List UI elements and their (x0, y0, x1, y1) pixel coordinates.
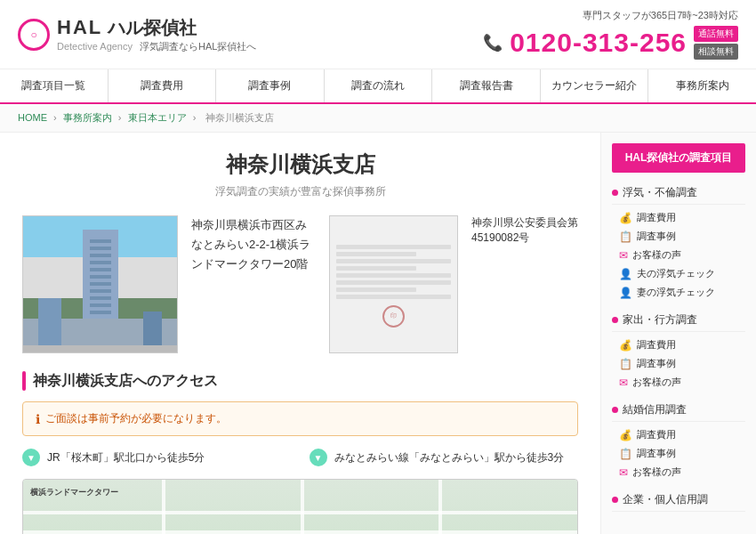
nav-item-flow[interactable]: 調査の流れ (325, 69, 433, 102)
doc-line-7 (336, 287, 416, 292)
sidebar-item-voice1[interactable]: ✉ お客様の声 (612, 246, 745, 264)
sidebar-item-cases2[interactable]: 📋 調査事例 (612, 354, 745, 373)
sidebar-section-title-cheat: 浮気・不倫調査 (612, 182, 745, 205)
map-label-tower: 横浜ランドマークタワー (30, 487, 118, 498)
cert-block: 神奈川県公安委員会第 45190082号 (471, 215, 578, 353)
sidebar: HAL探偵社の調査項目 浮気・不倫調査 💰 調査費用 📋 調査事例 ✉ お客様の… (600, 133, 756, 534)
money3-icon: 💰 (619, 429, 632, 441)
sidebar-item-label-cases3: 調査事例 (637, 447, 676, 460)
sidebar-section-cheat: 浮気・不倫調査 💰 調査費用 📋 調査事例 ✉ お客様の声 👤 夫の浮気チェック… (612, 182, 745, 302)
breadcrumb: HOME › 事務所案内 › 東日本エリア › 神奈川横浜支店 (0, 104, 756, 133)
doc-line-1 (336, 245, 451, 249)
sidebar-item-wife[interactable]: 👤 妻の浮気チェック (612, 283, 745, 302)
main-layout: 神奈川横浜支店 浮気調査の実績が豊富な探偵事務所 神奈川県横浜市西区みなとみらい… (0, 133, 756, 534)
sidebar-section-label-marriage: 結婚信用調査 (623, 402, 687, 417)
header: ○ HAL ハル探偵社 Detective Agency 浮気調査ならHAL探偵… (0, 0, 756, 69)
notice-box: ℹ ご面談は事前予約が必要になります。 (22, 401, 578, 436)
sidebar-section-title-corp: 企業・個人信用調 (612, 489, 745, 512)
sidebar-section-label-missing: 家出・行方調査 (623, 312, 697, 328)
mail3-icon: ✉ (619, 466, 628, 479)
sidebar-dot-corp (612, 497, 618, 503)
breadcrumb-sep3: › (193, 112, 197, 123)
sidebar-item-label-voice1: お客様の声 (632, 248, 681, 262)
badge-consult: 相談無料 (694, 44, 738, 60)
sidebar-item-cases1[interactable]: 📋 調査事例 (612, 227, 745, 246)
nav-item-cost[interactable]: 調査費用 (109, 69, 217, 102)
sidebar-dot-marriage (612, 407, 618, 413)
nav-item-office[interactable]: 事務所案内 (648, 69, 756, 102)
cert-text: 神奈川県公安委員会第 45190082号 (471, 215, 578, 246)
doc-line-4 (336, 266, 416, 271)
tagline: 浮気調査ならHAL探偵社へ (140, 40, 256, 53)
access-title-block: 神奈川横浜支店へのアクセス (22, 371, 578, 391)
map-road-v2 (301, 480, 304, 534)
sidebar-section-title-missing: 家出・行方調査 (612, 309, 745, 332)
support-text: 専門スタッフが365日7時~23時対応 (483, 9, 738, 22)
money2-icon: 💰 (619, 339, 632, 352)
doc-line-8 (336, 295, 451, 299)
person2-icon: 👤 (619, 287, 632, 299)
clipboard-icon: 📋 (619, 231, 632, 243)
nav-item-report[interactable]: 調査報告書 (432, 69, 541, 102)
page-title: 神奈川横浜支店 (22, 150, 578, 179)
sidebar-dot-cheat (612, 190, 618, 196)
branch-image (22, 215, 178, 353)
doc-line-6 (336, 280, 451, 285)
logo-area: ○ HAL ハル探偵社 Detective Agency 浮気調査ならHAL探偵… (18, 16, 256, 53)
access-title-bar (22, 371, 26, 391)
sidebar-item-label-cost2: 調査費用 (637, 338, 676, 352)
sidebar-section-label-cheat: 浮気・不倫調査 (623, 185, 697, 200)
header-right: 専門スタッフが365日7時~23時対応 📞 0120-313-256 通話無料 … (483, 9, 738, 60)
nav-item-survey-list[interactable]: 調査項目一覧 (0, 69, 109, 102)
sidebar-item-label-cost3: 調査費用 (637, 428, 676, 441)
sidebar-item-label-wife: 妻の浮気チェック (637, 286, 715, 299)
sidebar-item-label-cases2: 調査事例 (637, 357, 676, 370)
mail2-icon: ✉ (619, 376, 628, 389)
access-chevron-2: ▼ (310, 449, 327, 466)
breadcrumb-office[interactable]: 事務所案内 (63, 112, 112, 123)
notice-icon: ℹ (36, 412, 40, 426)
sidebar-item-cost2[interactable]: 💰 調査費用 (612, 336, 745, 354)
phone-number: 0120-313-256 (510, 28, 687, 58)
address-text: 神奈川県横浜市西区みなとみらい2-2-1横浜ランドマークタワー20階 (191, 215, 316, 274)
nav-item-counselor[interactable]: カウンセラー紹介 (541, 69, 649, 102)
sidebar-item-label-voice3: お客様の声 (632, 465, 681, 479)
info-section: 神奈川県横浜市西区みなとみらい2-2-1横浜ランドマークタワー20階 印 (22, 215, 578, 353)
breadcrumb-east[interactable]: 東日本エリア (128, 112, 187, 123)
sidebar-item-cost1[interactable]: 💰 調査費用 (612, 208, 745, 227)
sidebar-item-cases3[interactable]: 📋 調査事例 (612, 444, 745, 463)
sidebar-item-label-voice2: お客様の声 (632, 376, 681, 389)
access-items: ▼ JR「桜木町」駅北口から徒歩5分 ▼ みなとみらい線「みなとみらい」駅から徒… (22, 449, 578, 466)
sidebar-item-voice3[interactable]: ✉ お客様の声 (612, 463, 745, 481)
phone-icon: 📞 (483, 33, 503, 53)
map-road-v3 (438, 480, 442, 534)
sidebar-item-label-husband: 夫の浮気チェック (637, 267, 715, 280)
sidebar-section-missing: 家出・行方調査 💰 調査費用 📋 調査事例 ✉ お客様の声 (612, 309, 745, 392)
doc-line-2 (336, 252, 416, 256)
breadcrumb-sep2: › (118, 112, 122, 123)
doc-line-3 (336, 259, 451, 263)
sidebar-item-label-cases1: 調査事例 (637, 230, 676, 243)
page-subtitle: 浮気調査の実績が豊富な探偵事務所 (22, 184, 578, 199)
doc-lines (336, 242, 451, 302)
sidebar-item-husband[interactable]: 👤 夫の浮気チェック (612, 264, 745, 283)
clipboard3-icon: 📋 (619, 448, 632, 460)
clipboard2-icon: 📋 (619, 358, 632, 370)
map-placeholder: 横浜ランドマークタワー MARK IS みなとみらい (23, 480, 577, 534)
nav-item-cases[interactable]: 調査事例 (216, 69, 325, 102)
sidebar-item-label-cost1: 調査費用 (637, 211, 676, 224)
document-image: 印 (329, 215, 458, 353)
access-text-1: JR「桜木町」駅北口から徒歩5分 (47, 450, 205, 465)
mail-icon: ✉ (619, 249, 628, 262)
money-icon: 💰 (619, 212, 632, 224)
breadcrumb-home[interactable]: HOME (18, 112, 47, 123)
detective-label: Detective Agency (57, 41, 133, 52)
logo-text: HAL (57, 16, 102, 39)
map-road-v1 (162, 480, 165, 534)
sidebar-item-cost3[interactable]: 💰 調査費用 (612, 425, 745, 444)
map-area: 横浜ランドマークタワー MARK IS みなとみらい (22, 479, 578, 534)
phone-row: 📞 0120-313-256 通話無料 相談無料 (483, 26, 738, 60)
sidebar-item-voice2[interactable]: ✉ お客様の声 (612, 373, 745, 392)
breadcrumb-current: 神奈川横浜支店 (205, 112, 274, 123)
badges: 通話無料 相談無料 (694, 26, 738, 60)
